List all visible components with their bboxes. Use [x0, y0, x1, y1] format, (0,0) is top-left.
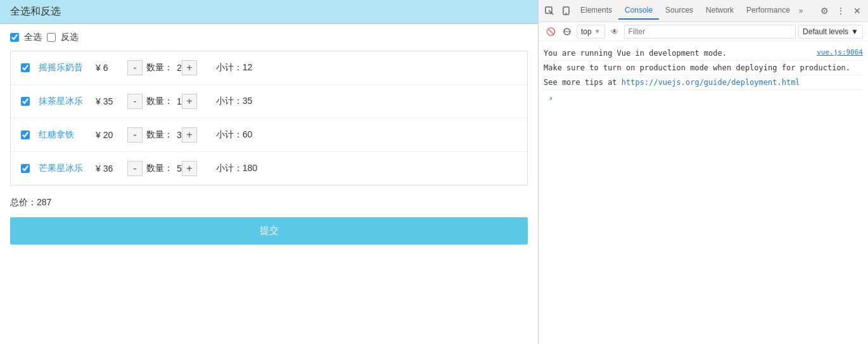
- item-3-subtotal: 小计：60: [216, 129, 253, 141]
- tab-network-label: Network: [706, 6, 734, 15]
- item-3-checkbox[interactable]: [21, 131, 30, 139]
- total-value: 287: [37, 197, 51, 207]
- context-selector[interactable]: top ▼: [577, 25, 605, 39]
- app-content: 全选 反选 摇摇乐奶昔 ¥ 6 - 数量： 2 + 小计：12: [0, 24, 538, 344]
- item-1-subtotal-value: 12: [243, 62, 253, 72]
- item-2-plus-btn[interactable]: +: [182, 94, 197, 109]
- item-2-price: ¥ 35: [96, 96, 121, 106]
- console-msg-1-text: You are running Vue in development mode.: [544, 48, 812, 59]
- item-1-price: ¥ 6: [96, 63, 121, 73]
- select-all-row: 全选 反选: [10, 32, 528, 43]
- item-list: 摇摇乐奶昔 ¥ 6 - 数量： 2 + 小计：12 抹茶星冰乐 ¥ 35 - 数…: [10, 51, 528, 186]
- tab-console-label: Console: [625, 6, 653, 15]
- item-2-qty-value: 1: [177, 96, 182, 106]
- item-3-qty-label: 数量：: [146, 129, 173, 141]
- tab-elements[interactable]: Elements: [574, 2, 618, 20]
- item-4-subtotal-value: 180: [243, 163, 257, 173]
- cart-item-1: 摇摇乐奶昔 ¥ 6 - 数量： 2 + 小计：12: [11, 51, 527, 85]
- total-label: 总价：: [10, 197, 37, 207]
- item-1-plus-btn[interactable]: +: [182, 60, 197, 75]
- tab-more-label: »: [799, 6, 803, 15]
- app-panel: 全选和反选 全选 反选 摇摇乐奶昔 ¥ 6 - 数量： 2 + 小计：12: [0, 0, 539, 344]
- devtools-more-options-icon[interactable]: ⋮: [833, 3, 849, 19]
- item-2-minus-btn[interactable]: -: [127, 94, 143, 109]
- console-msg-3-text: See more tips at https://vuejs.org/guide…: [544, 77, 863, 88]
- item-2-subtotal-value: 35: [243, 96, 253, 106]
- item-1-qty-value: 2: [177, 63, 182, 73]
- select-all-label: 全选: [24, 32, 42, 43]
- filter-input[interactable]: [629, 27, 791, 36]
- console-msg-2: Make sure to turn on production mode whe…: [544, 61, 863, 75]
- clear-console-icon[interactable]: 🚫: [544, 25, 558, 39]
- item-4-plus-btn[interactable]: +: [182, 161, 197, 176]
- devtools-tabs-bar: Elements Console Sources Network Perform…: [539, 0, 868, 22]
- device-toolbar-icon[interactable]: [558, 3, 574, 19]
- item-2-checkbox[interactable]: [21, 97, 30, 106]
- item-4-qty-label: 数量：: [146, 163, 173, 174]
- item-3-subtotal-value: 60: [243, 129, 253, 139]
- item-4-price: ¥ 36: [96, 163, 121, 174]
- tab-performance[interactable]: Performance: [740, 2, 796, 20]
- console-msg-2-text: Make sure to turn on production mode whe…: [544, 62, 863, 73]
- item-1-minus-btn[interactable]: -: [127, 60, 143, 75]
- tab-elements-label: Elements: [580, 6, 612, 15]
- tab-more[interactable]: »: [796, 3, 806, 19]
- item-3-price: ¥ 20: [96, 130, 121, 140]
- filter-icon[interactable]: [560, 25, 574, 39]
- tab-network[interactable]: Network: [699, 2, 740, 20]
- item-1-qty-label: 数量：: [146, 62, 173, 73]
- item-1-checkbox[interactable]: [21, 63, 30, 72]
- inspect-element-icon[interactable]: [541, 3, 558, 19]
- item-2-qty-control: - 数量： 1 +: [127, 94, 197, 109]
- invert-checkbox[interactable]: [47, 33, 56, 42]
- devtools-panel: Elements Console Sources Network Perform…: [539, 0, 868, 344]
- cart-item-2: 抹茶星冰乐 ¥ 35 - 数量： 1 + 小计：35: [11, 85, 527, 118]
- filter-input-container[interactable]: [624, 25, 796, 39]
- item-1-subtotal: 小计：12: [216, 62, 253, 73]
- tab-performance-label: Performance: [746, 6, 790, 15]
- devtools-toolbar: 🚫 top ▼ 👁 Default levels ▼: [539, 22, 868, 41]
- item-1-qty-control: - 数量： 2 +: [127, 60, 197, 75]
- item-2-qty-label: 数量：: [146, 96, 173, 107]
- context-arrow-icon: ▼: [594, 28, 601, 35]
- item-4-minus-btn[interactable]: -: [127, 161, 143, 176]
- item-4-qty-value: 5: [177, 163, 182, 174]
- item-3-qty-value: 3: [177, 130, 182, 140]
- console-output: You are running Vue in development mode.…: [539, 41, 868, 344]
- eye-icon[interactable]: 👁: [608, 25, 622, 39]
- log-levels-selector[interactable]: Default levels ▼: [798, 25, 863, 39]
- tab-sources[interactable]: Sources: [659, 2, 699, 20]
- console-msg-1-source[interactable]: vue.js:9064: [817, 48, 863, 59]
- item-3-name: 红糖拿铁: [39, 129, 89, 141]
- svg-line-1: [549, 10, 553, 15]
- item-1-name: 摇摇乐奶昔: [39, 62, 89, 73]
- context-value: top: [581, 27, 592, 36]
- item-3-minus-btn[interactable]: -: [127, 127, 143, 143]
- tab-sources-label: Sources: [665, 6, 693, 15]
- total-row: 总价：287: [10, 194, 528, 211]
- item-2-name: 抹茶星冰乐: [39, 96, 89, 107]
- cart-item-4: 芒果星冰乐 ¥ 36 - 数量： 5 + 小计：180: [11, 152, 527, 185]
- item-3-plus-btn[interactable]: +: [182, 127, 197, 143]
- tab-console[interactable]: Console: [618, 2, 659, 20]
- console-msg-1: You are running Vue in development mode.…: [544, 46, 863, 61]
- console-prompt: ›: [544, 90, 863, 106]
- item-4-checkbox[interactable]: [21, 164, 30, 173]
- app-header: 全选和反选: [0, 0, 538, 24]
- item-4-name: 芒果星冰乐: [39, 163, 89, 174]
- submit-button[interactable]: 提交: [10, 217, 528, 245]
- console-link[interactable]: https://vuejs.org/guide/deployment.html: [622, 78, 800, 87]
- log-levels-label: Default levels: [803, 27, 848, 36]
- app-title: 全选和反选: [10, 6, 61, 16]
- devtools-close-icon[interactable]: ✕: [849, 3, 865, 19]
- log-levels-arrow-icon: ▼: [851, 27, 858, 36]
- item-3-qty-control: - 数量： 3 +: [127, 127, 197, 143]
- item-2-subtotal: 小计：35: [216, 96, 253, 107]
- devtools-settings-icon[interactable]: ⚙: [816, 3, 833, 19]
- invert-label: 反选: [61, 32, 79, 43]
- item-4-qty-control: - 数量： 5 +: [127, 161, 197, 176]
- console-prompt-arrow: ›: [549, 92, 553, 104]
- select-all-checkbox[interactable]: [10, 33, 19, 42]
- console-msg-3: See more tips at https://vuejs.org/guide…: [544, 75, 863, 90]
- item-4-subtotal: 小计：180: [216, 163, 257, 174]
